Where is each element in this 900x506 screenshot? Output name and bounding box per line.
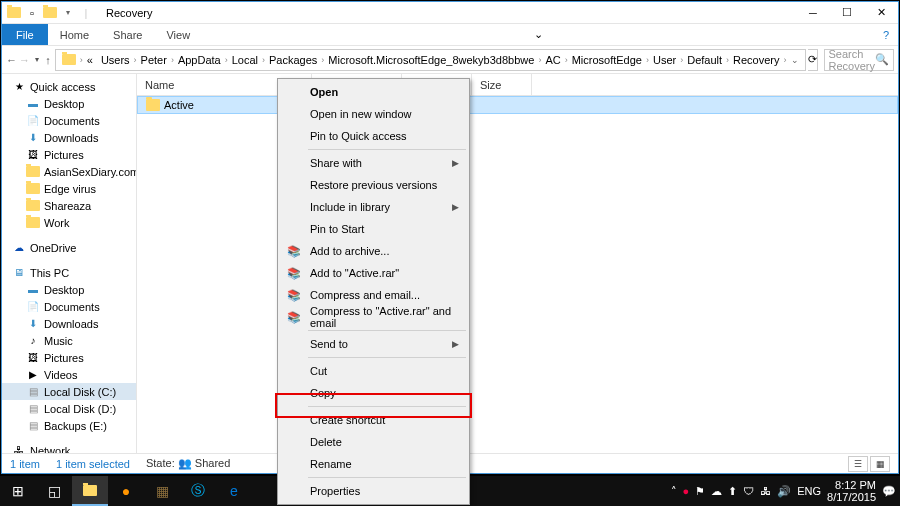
- help-icon[interactable]: ?: [874, 24, 898, 45]
- breadcrumb-seg[interactable]: User: [649, 54, 680, 66]
- taskbar-edge[interactable]: e: [216, 476, 252, 506]
- address-dropdown-icon[interactable]: ⌄: [787, 55, 803, 65]
- sidebar-item-folder[interactable]: Edge virus: [2, 180, 136, 197]
- breadcrumb-seg[interactable]: AC: [541, 54, 564, 66]
- navbar: ← → ▾ ↑ › « Users› Peter› AppData› Local…: [2, 46, 898, 74]
- search-input[interactable]: Search Recovery 🔍: [824, 49, 894, 71]
- address-bar[interactable]: › « Users› Peter› AppData› Local› Packag…: [55, 49, 806, 71]
- start-button[interactable]: ⊞: [0, 476, 36, 506]
- taskbar-app[interactable]: ▦: [144, 476, 180, 506]
- tray-notifications-icon[interactable]: 💬: [882, 485, 896, 498]
- menu-delete[interactable]: Delete: [280, 431, 467, 453]
- breadcrumb-seg[interactable]: Users: [97, 54, 134, 66]
- sidebar-item-backups[interactable]: ▤Backups (E:): [2, 417, 136, 434]
- ribbon-expand-icon[interactable]: ⌄: [526, 24, 550, 45]
- tray-network-icon[interactable]: 🖧: [760, 485, 771, 497]
- tray-icon[interactable]: ☁: [711, 485, 722, 498]
- breadcrumb-seg[interactable]: Peter: [137, 54, 171, 66]
- menu-send-to[interactable]: Send to▶: [280, 333, 467, 355]
- list-item[interactable]: Active: [137, 96, 898, 114]
- taskbar-clock[interactable]: 8:12 PM 8/17/2015: [827, 479, 876, 503]
- menu-pin-start[interactable]: Pin to Start: [280, 218, 467, 240]
- sidebar-this-pc[interactable]: 🖥This PC: [2, 264, 136, 281]
- sidebar-item-local-disk-c[interactable]: ▤Local Disk (C:): [2, 383, 136, 400]
- breadcrumb-seg[interactable]: Packages: [265, 54, 321, 66]
- sidebar-item-pictures[interactable]: 🖼Pictures: [2, 146, 136, 163]
- share-tab[interactable]: Share: [101, 24, 154, 45]
- breadcrumb-seg[interactable]: Default: [683, 54, 726, 66]
- file-name: Active: [164, 99, 194, 111]
- tray-icon[interactable]: ⚑: [695, 485, 705, 498]
- menu-include-library[interactable]: Include in library▶: [280, 196, 467, 218]
- menu-add-archive[interactable]: 📚Add to archive...: [280, 240, 467, 262]
- minimize-button[interactable]: ─: [796, 3, 830, 23]
- sidebar-onedrive[interactable]: ☁OneDrive: [2, 239, 136, 256]
- downloads-icon: ⬇: [26, 131, 40, 145]
- breadcrumb-prefix[interactable]: «: [83, 54, 97, 66]
- sidebar-item-documents[interactable]: 📄Documents: [2, 298, 136, 315]
- sidebar-item-music[interactable]: ♪Music: [2, 332, 136, 349]
- props-icon[interactable]: ▫: [24, 5, 40, 21]
- sidebar-item-local-disk-d[interactable]: ▤Local Disk (D:): [2, 400, 136, 417]
- sidebar-item-downloads[interactable]: ⬇Downloads: [2, 315, 136, 332]
- recent-dropdown[interactable]: ▾: [32, 49, 41, 71]
- up-button[interactable]: ↑: [43, 49, 52, 71]
- menu-compress-email[interactable]: 📚Compress and email...: [280, 284, 467, 306]
- tray-icon[interactable]: ●: [683, 485, 690, 497]
- sidebar-quick-access[interactable]: ★Quick access: [2, 78, 136, 95]
- folder-icon: [6, 5, 22, 21]
- breadcrumb-seg[interactable]: Local: [228, 54, 262, 66]
- sidebar-item-pictures[interactable]: 🖼Pictures: [2, 349, 136, 366]
- sidebar-item-folder[interactable]: AsianSexDiary.com: [2, 163, 136, 180]
- menu-share-with[interactable]: Share with▶: [280, 152, 467, 174]
- tray-lang[interactable]: ENG: [797, 485, 821, 497]
- file-tab[interactable]: File: [2, 24, 48, 45]
- view-details-button[interactable]: ☰: [848, 456, 868, 472]
- menu-cut[interactable]: Cut: [280, 360, 467, 382]
- taskbar-firefox[interactable]: ●: [108, 476, 144, 506]
- breadcrumb-seg[interactable]: Recovery: [729, 54, 783, 66]
- close-button[interactable]: ✕: [864, 3, 898, 23]
- taskbar-explorer[interactable]: [72, 476, 108, 506]
- menu-copy[interactable]: Copy: [280, 382, 467, 404]
- sidebar-item-downloads[interactable]: ⬇Downloads: [2, 129, 136, 146]
- desktop-icon: ▬: [26, 283, 40, 297]
- menu-properties[interactable]: Properties: [280, 480, 467, 502]
- sidebar-item-videos[interactable]: ▶Videos: [2, 366, 136, 383]
- menu-open-new-window[interactable]: Open in new window: [280, 103, 467, 125]
- menu-restore-previous[interactable]: Restore previous versions: [280, 174, 467, 196]
- view-large-icons-button[interactable]: ▦: [870, 456, 890, 472]
- breadcrumb-seg[interactable]: MicrosoftEdge: [568, 54, 646, 66]
- tray-volume-icon[interactable]: 🔊: [777, 485, 791, 498]
- col-size[interactable]: Size: [472, 74, 532, 95]
- forward-button[interactable]: →: [19, 49, 30, 71]
- menu-compress-rar-email[interactable]: 📚Compress to "Active.rar" and email: [280, 306, 467, 328]
- qat-dropdown-icon[interactable]: ▾: [60, 5, 76, 21]
- menu-rename[interactable]: Rename: [280, 453, 467, 475]
- sidebar-item-desktop[interactable]: ▬Desktop: [2, 95, 136, 112]
- sidebar-item-desktop[interactable]: ▬Desktop: [2, 281, 136, 298]
- menu-create-shortcut[interactable]: Create shortcut: [280, 409, 467, 431]
- ribbon: File Home Share View ⌄ ?: [2, 24, 898, 46]
- sidebar-item-folder[interactable]: Work: [2, 214, 136, 231]
- tray-icon[interactable]: ⬆: [728, 485, 737, 498]
- home-tab[interactable]: Home: [48, 24, 101, 45]
- maximize-button[interactable]: ☐: [830, 3, 864, 23]
- breadcrumb-seg[interactable]: AppData: [174, 54, 225, 66]
- refresh-button[interactable]: ⟳: [808, 49, 818, 71]
- menu-open[interactable]: Open: [280, 81, 467, 103]
- new-folder-icon[interactable]: [42, 5, 58, 21]
- tray-overflow-icon[interactable]: ˄: [671, 485, 677, 498]
- menu-add-rar[interactable]: 📚Add to "Active.rar": [280, 262, 467, 284]
- sidebar-item-folder[interactable]: Shareaza: [2, 197, 136, 214]
- menu-pin-quick-access[interactable]: Pin to Quick access: [280, 125, 467, 147]
- taskbar-skype[interactable]: Ⓢ: [180, 476, 216, 506]
- taskview-button[interactable]: ◱: [36, 476, 72, 506]
- sidebar-item-documents[interactable]: 📄Documents: [2, 112, 136, 129]
- tray-icon[interactable]: 🛡: [743, 485, 754, 497]
- breadcrumb-seg[interactable]: Microsoft.MicrosoftEdge_8wekyb3d8bbwe: [324, 54, 538, 66]
- documents-icon: 📄: [26, 300, 40, 314]
- view-tab[interactable]: View: [154, 24, 202, 45]
- separator: |: [78, 5, 94, 21]
- back-button[interactable]: ←: [6, 49, 17, 71]
